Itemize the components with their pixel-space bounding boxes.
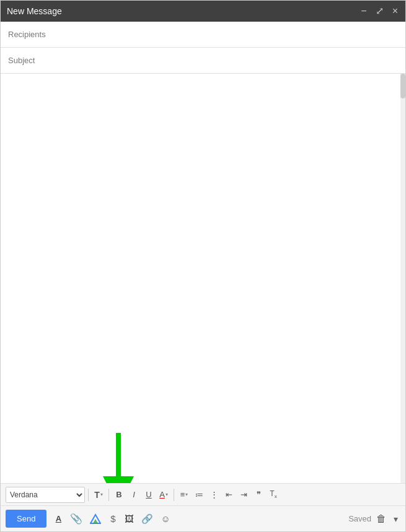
font-size-icon: T — [94, 490, 100, 500]
send-button[interactable]: Send — [6, 510, 46, 528]
underline-button[interactable]: U — [142, 487, 156, 503]
sep-1 — [88, 489, 89, 501]
italic-button[interactable]: I — [127, 487, 141, 503]
drive-button[interactable] — [87, 511, 104, 527]
emoji-button[interactable]: ☺ — [158, 511, 172, 527]
font-color-button[interactable]: A ▾ — [157, 487, 170, 503]
bold-button[interactable]: B — [112, 487, 126, 503]
bullet-list-icon: ⋮ — [210, 490, 218, 499]
formatting-toolbar: Verdana Arial Times New Roman T ▾ B I U … — [1, 483, 405, 505]
font-color-label: A — [159, 490, 165, 499]
formatting-toggle-icon: A — [56, 514, 61, 523]
photo-icon: 🖼 — [125, 513, 134, 524]
window-controls: − ⤢ × — [360, 6, 399, 16]
scroll-thumb[interactable] — [400, 74, 405, 98]
delete-button[interactable]: 🗑 — [374, 511, 389, 527]
subject-label: Subject — [8, 56, 51, 65]
remove-format-icon: Tx — [270, 489, 276, 499]
link-button[interactable]: 🔗 — [139, 511, 156, 527]
subject-input[interactable] — [51, 56, 398, 65]
restore-button[interactable]: ⤢ — [374, 6, 385, 16]
underline-label: U — [146, 490, 151, 499]
svg-marker-3 — [93, 519, 98, 523]
font-family-select[interactable]: Verdana Arial Times New Roman — [6, 487, 85, 503]
title-bar: New Message − ⤢ × — [1, 1, 405, 22]
font-color-chevron: ▾ — [165, 492, 168, 497]
numbered-list-icon: ≔ — [195, 490, 203, 499]
numbered-list-button[interactable]: ≔ — [192, 487, 206, 503]
bullet-list-button[interactable]: ⋮ — [207, 487, 221, 503]
sep-3 — [174, 489, 174, 501]
remove-format-button[interactable]: Tx — [267, 487, 280, 503]
bold-label: B — [116, 490, 121, 499]
italic-label: I — [133, 490, 135, 499]
attach-icon: 📎 — [70, 513, 82, 525]
bottom-toolbar: Send A 📎 $ 🖼 🔗 — [1, 505, 405, 531]
formatting-toggle-button[interactable]: A — [51, 511, 65, 527]
align-chevron: ▾ — [185, 492, 188, 497]
photo-button[interactable]: 🖼 — [122, 511, 136, 527]
font-size-chevron: ▾ — [100, 492, 103, 497]
align-icon: ≡ — [180, 490, 185, 499]
quote-icon: ❞ — [257, 490, 261, 499]
minimize-button[interactable]: − — [360, 6, 368, 16]
link-icon: 🔗 — [141, 513, 153, 525]
scrollbar[interactable] — [400, 74, 405, 483]
money-button[interactable]: $ — [106, 511, 120, 527]
attach-button[interactable]: 📎 — [68, 511, 85, 527]
sep-2 — [108, 489, 109, 501]
delete-icon: 🗑 — [376, 513, 386, 525]
recipients-input[interactable] — [51, 30, 398, 39]
align-button[interactable]: ≡ ▾ — [177, 487, 191, 503]
subject-row: Subject — [1, 48, 405, 74]
indent-less-button[interactable]: ⇤ — [222, 487, 236, 503]
indent-more-icon: ⇥ — [241, 490, 247, 499]
money-icon: $ — [110, 513, 115, 524]
emoji-icon: ☺ — [161, 513, 170, 524]
more-options-icon: ▾ — [394, 514, 398, 524]
recipients-label: Recipients — [8, 30, 51, 39]
close-button[interactable]: × — [391, 6, 399, 16]
saved-status: Saved — [348, 514, 371, 523]
body-area — [1, 74, 405, 483]
font-size-button[interactable]: T ▾ — [92, 487, 105, 503]
indent-less-icon: ⇤ — [226, 490, 232, 499]
indent-more-button[interactable]: ⇥ — [237, 487, 250, 503]
more-options-button[interactable]: ▾ — [391, 513, 400, 525]
window-title: New Message — [7, 6, 62, 16]
recipients-row: Recipients — [1, 22, 405, 48]
body-textarea[interactable] — [1, 74, 405, 483]
compose-window: New Message − ⤢ × Recipients Subject — [0, 0, 406, 532]
quote-button[interactable]: ❞ — [252, 487, 265, 503]
drive-icon — [90, 513, 101, 525]
